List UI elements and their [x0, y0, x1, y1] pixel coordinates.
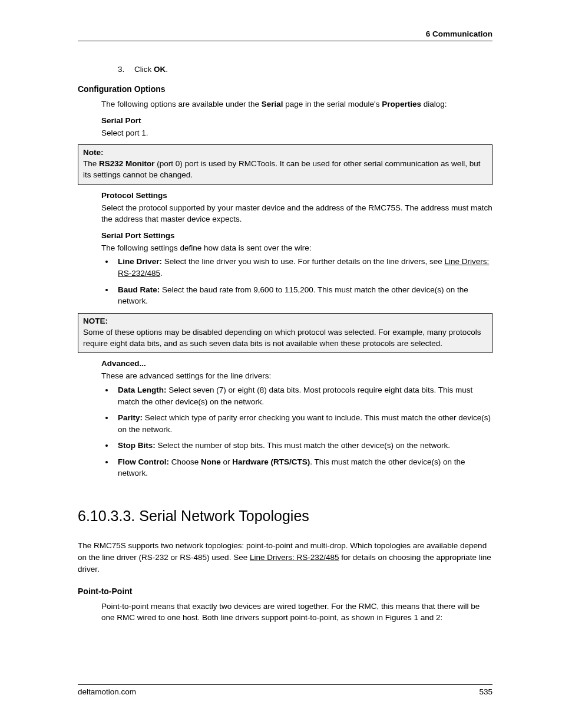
adv-stop-bits: Stop Bits: Select the number of stop bit… — [114, 440, 492, 452]
protocol-heading: Protocol Settings — [78, 191, 492, 200]
config-options-heading: Configuration Options — [78, 84, 492, 94]
chapter-label: 6 Communication — [426, 29, 492, 38]
protocol-body: Select the protocol supported by your ma… — [78, 202, 492, 225]
page-header: 6 Communication — [78, 29, 492, 41]
sps-intro: The following settings define how data i… — [78, 242, 492, 254]
ptp-heading: Point-to-Point — [78, 587, 492, 596]
section-title: 6.10.3.3. Serial Network Topologies — [78, 508, 492, 525]
step-list: Click OK. — [78, 65, 492, 74]
step-3: Click OK. — [118, 65, 492, 74]
adv-parity: Parity: Select which type of parity erro… — [114, 412, 492, 435]
sps-line-driver: Line Driver: Select the line driver you … — [114, 256, 492, 279]
document-page: 6 Communication Click OK. Configuration … — [0, 0, 562, 728]
advanced-list: Data Length: Select seven (7) or eight (… — [78, 384, 492, 479]
footer-site: deltamotion.com — [78, 687, 136, 696]
note-box-2: NOTE: Some of these options may be disab… — [78, 313, 492, 354]
page-number: 535 — [479, 687, 492, 696]
link-line-drivers-2[interactable]: Line Drivers: RS-232/485 — [250, 553, 339, 562]
note-label: Note: — [83, 148, 104, 157]
sps-heading: Serial Port Settings — [78, 231, 492, 240]
sps-list: Line Driver: Select the line driver you … — [78, 256, 492, 307]
adv-data-length: Data Length: Select seven (7) or eight (… — [114, 384, 492, 407]
ptp-body: Point-to-point means that exactly two de… — [78, 601, 492, 624]
advanced-heading: Advanced... — [78, 359, 492, 368]
sps-baud-rate: Baud Rate: Select the baud rate from 9,6… — [114, 284, 492, 307]
page-footer: deltamotion.com 535 — [78, 684, 492, 696]
serial-port-heading: Serial Port — [78, 116, 492, 125]
advanced-intro: These are advanced settings for the line… — [78, 370, 492, 382]
adv-flow-control: Flow Control: Choose None or Hardware (R… — [114, 456, 492, 479]
section-intro: The RMC75S supports two network topologi… — [78, 540, 492, 576]
note-box-1: Note: The RS232 Monitor (port 0) port is… — [78, 144, 492, 185]
config-options-intro: The following options are available unde… — [78, 98, 492, 110]
note-label-2: NOTE: — [83, 317, 108, 325]
serial-port-body: Select port 1. — [78, 127, 492, 139]
